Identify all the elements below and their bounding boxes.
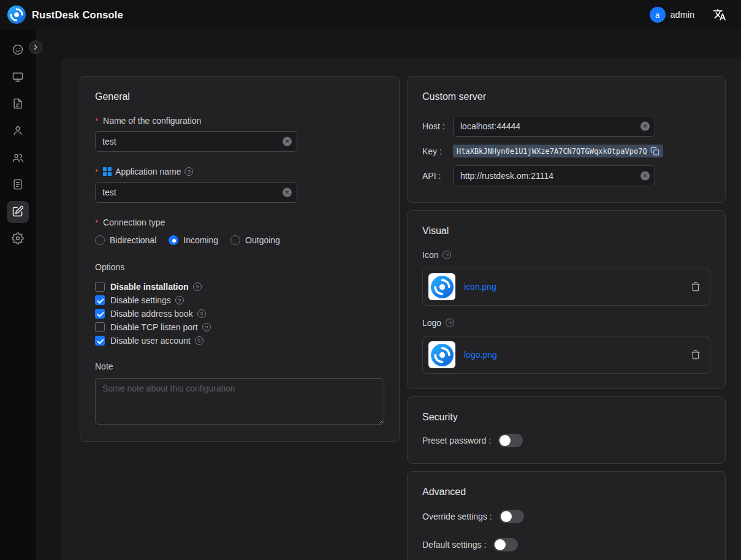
api-label: API :	[422, 171, 453, 181]
api-input[interactable]	[453, 165, 655, 186]
key-value: HtaXBkJNHyn0e1U1jWXze7A7CN7QTGWqxkOtpaVp…	[457, 147, 647, 156]
visual-card: Visual Icon icon.png	[407, 210, 726, 389]
main-area: General Name of the configuration ✕ Appl…	[36, 29, 741, 560]
audit-log-icon	[12, 178, 24, 192]
radio-icon	[169, 235, 178, 245]
sidebar-item-documents[interactable]	[7, 93, 29, 115]
radio-label: Incoming	[183, 235, 218, 245]
option-label: Disable address book	[110, 309, 193, 319]
checkbox[interactable]	[95, 309, 105, 319]
key-field: HtaXBkJNHyn0e1U1jWXze7A7CN7QTGWqxkOtpaVp…	[453, 145, 663, 157]
app-title: RustDesk Console	[32, 9, 123, 21]
options-label: Options	[95, 262, 124, 272]
status-icon	[12, 44, 24, 58]
translate-icon[interactable]	[713, 8, 726, 21]
icon-file-link[interactable]: icon.png	[464, 282, 496, 292]
help-icon[interactable]	[175, 296, 184, 305]
security-title: Security	[422, 412, 710, 423]
general-card-title: General	[95, 91, 384, 102]
sidebar	[0, 29, 36, 560]
logo-upload-box: logo.png	[422, 336, 710, 374]
settings-icon	[12, 232, 24, 246]
help-icon[interactable]	[446, 319, 454, 327]
icon-label: Icon	[422, 250, 438, 260]
copy-icon[interactable]	[650, 146, 659, 156]
advanced-card: Advanced Override settings : Default set…	[407, 471, 726, 560]
preset-password-toggle[interactable]	[498, 434, 523, 447]
radio-label: Bidirectional	[110, 235, 156, 245]
sidebar-item-devices[interactable]	[7, 66, 29, 88]
option-disable-user-account: Disable user account	[95, 336, 384, 346]
checkbox[interactable]	[95, 336, 105, 346]
option-disable-address-book: Disable address book	[95, 309, 384, 319]
devices-icon	[12, 70, 24, 85]
icon-thumbnail	[428, 273, 455, 300]
checkbox[interactable]	[95, 282, 105, 292]
note-label: Note	[95, 361, 113, 371]
logo-file-link[interactable]: logo.png	[464, 350, 497, 360]
preset-password-label: Preset password :	[422, 436, 491, 445]
logo-label: Logo	[422, 318, 441, 328]
override-settings-toggle[interactable]	[500, 510, 524, 523]
connection-type-label: Connection type	[103, 218, 165, 227]
user-avatar[interactable]: a	[650, 7, 666, 23]
help-icon[interactable]	[193, 282, 202, 291]
option-label: Disable installation	[110, 282, 189, 292]
option-disable-tcp-listen-port: Disable TCP listen port	[95, 322, 384, 332]
help-icon[interactable]	[184, 167, 193, 176]
host-label: Host :	[422, 121, 453, 131]
delete-icon[interactable]	[691, 350, 701, 360]
sidebar-expand-button[interactable]	[29, 40, 42, 54]
documents-icon	[12, 97, 24, 112]
general-card: General Name of the configuration ✕ Appl…	[80, 76, 400, 442]
key-label: Key :	[422, 146, 453, 156]
note-textarea[interactable]	[95, 378, 384, 425]
option-label: Disable TCP listen port	[110, 322, 198, 332]
config-name-label: Name of the configuration	[103, 116, 201, 126]
radio-incoming[interactable]: Incoming	[169, 235, 218, 245]
custom-server-title: Custom server	[422, 91, 710, 102]
required-marker	[95, 167, 99, 176]
checkbox[interactable]	[95, 322, 105, 332]
default-settings-label: Default settings :	[422, 540, 486, 550]
host-input[interactable]	[453, 116, 655, 137]
help-icon[interactable]	[197, 309, 206, 318]
option-disable-settings: Disable settings	[95, 295, 384, 305]
custom-client-icon	[12, 205, 24, 219]
radio-icon	[95, 235, 105, 245]
content-panel: General Name of the configuration ✕ Appl…	[61, 58, 741, 560]
sidebar-item-status[interactable]	[7, 39, 29, 61]
clear-icon[interactable]: ✕	[640, 122, 650, 131]
sidebar-item-users[interactable]	[7, 120, 29, 142]
sidebar-item-audit[interactable]	[7, 174, 29, 196]
radio-bidirectional[interactable]: Bidirectional	[95, 235, 156, 245]
delete-icon[interactable]	[691, 282, 701, 292]
override-settings-label: Override settings :	[422, 512, 492, 521]
clear-icon[interactable]: ✕	[640, 172, 650, 181]
sidebar-item-groups[interactable]	[7, 147, 29, 169]
clear-icon[interactable]: ✕	[283, 137, 292, 146]
sidebar-item-settings[interactable]	[7, 228, 29, 250]
rustdesk-logo-icon	[7, 6, 26, 24]
config-name-input[interactable]	[95, 131, 297, 152]
visual-title: Visual	[422, 225, 710, 236]
option-label: Disable user account	[110, 336, 191, 346]
top-header: RustDesk Console a admin	[0, 0, 741, 29]
default-settings-toggle[interactable]	[493, 538, 518, 551]
sidebar-item-custom-client[interactable]	[7, 201, 29, 223]
help-icon[interactable]	[202, 323, 211, 331]
user-name[interactable]: admin	[671, 10, 695, 20]
required-marker	[95, 116, 99, 126]
app-name-label: Application name	[115, 167, 181, 176]
help-icon[interactable]	[443, 251, 451, 259]
user-icon	[12, 124, 24, 138]
option-disable-installation: Disable installation	[95, 282, 384, 292]
checkbox[interactable]	[95, 295, 105, 305]
option-label: Disable settings	[110, 295, 171, 305]
radio-outgoing[interactable]: Outgoing	[230, 235, 280, 245]
groups-icon	[12, 151, 24, 165]
help-icon[interactable]	[195, 336, 203, 345]
logo-thumbnail	[428, 341, 455, 368]
app-name-input[interactable]	[95, 182, 297, 203]
clear-icon[interactable]: ✕	[283, 188, 292, 197]
